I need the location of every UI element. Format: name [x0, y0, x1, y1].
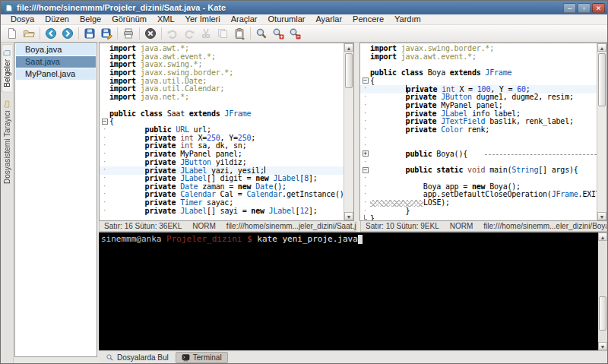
editor-pane-saat[interactable]: import java.awt.*;import java.awt.event.…: [99, 43, 354, 221]
print-icon[interactable]: [120, 26, 137, 41]
code-line[interactable]: · }: [360, 207, 597, 216]
code-line[interactable]: · app.setDefaultCloseOperation(JFrame.EX…: [360, 191, 597, 199]
sidebar-tab-belgeler[interactable]: Belgeler: [2, 44, 12, 93]
find-icon[interactable]: [253, 26, 270, 41]
fold-marker[interactable]: −: [100, 118, 109, 126]
fold-marker[interactable]: −: [360, 78, 370, 86]
code-line[interactable]: import java.util.Calendar;: [100, 85, 344, 93]
code-line[interactable]: + public Boya(){: [360, 150, 597, 159]
code-line[interactable]: ·: [360, 135, 597, 143]
document-item-saat-java[interactable]: Saat.java: [16, 56, 96, 68]
minimize-button[interactable]: –: [563, 3, 576, 13]
code-line[interactable]: · private JLabel[] digit = new JLabel[8]…: [100, 175, 344, 183]
code-line[interactable]: −{: [360, 78, 597, 86]
find-previous-icon[interactable]: [287, 26, 303, 41]
fold-marker[interactable]: −: [360, 166, 370, 175]
code-area-boya[interactable]: import javax.swing.border.*;import java.…: [360, 43, 597, 220]
code-line[interactable]: ·LOSE);: [360, 199, 597, 207]
code-line[interactable]: · private Color renk;: [360, 126, 597, 135]
scrollbar-terminal[interactable]: ▲ ▼: [598, 233, 607, 350]
editor-pane-boya[interactable]: import javax.swing.border.*;import java.…: [359, 43, 607, 221]
code-line[interactable]: ·: [360, 142, 597, 150]
find-next-icon[interactable]: [270, 26, 287, 41]
code-line[interactable]: · private JLabel yazi, yesil;: [100, 166, 344, 175]
save-icon[interactable]: [81, 26, 98, 41]
terminal-panel[interactable]: sinemmm@anka Projeler_dizini $ kate yeni…: [99, 232, 607, 350]
scroll-up-icon[interactable]: ▲: [597, 43, 606, 52]
scroll-thumb[interactable]: [599, 296, 606, 331]
code-line[interactable]: · private Calendar Cal = Calendar.getIns…: [100, 191, 344, 199]
code-line[interactable]: · private JLabel[] sayi = new JLabel[12]…: [100, 207, 344, 216]
code-line[interactable]: − public static void main(String[] args)…: [360, 166, 597, 175]
new-document-icon[interactable]: [4, 26, 21, 41]
code-line[interactable]: import javax.swing.border.*;: [360, 45, 597, 53]
open-file-icon[interactable]: [21, 26, 37, 41]
document-list[interactable]: Boya.javaSaat.javaMyPanel.java: [14, 43, 97, 357]
scroll-down-icon[interactable]: ▼: [344, 212, 353, 220]
code-line[interactable]: import java.util.Date;: [100, 78, 344, 86]
document-item-mypanel-java[interactable]: MyPanel.java: [16, 68, 96, 80]
code-line[interactable]: · public URL url;: [100, 126, 344, 135]
close-document-icon[interactable]: [142, 26, 159, 41]
code-line[interactable]: · private int sa, dk, sn;: [100, 142, 344, 150]
fold-marker[interactable]: +: [360, 150, 370, 159]
close-button[interactable]: ✕: [592, 3, 605, 13]
scrollbar-right-editor[interactable]: ▲ ▼: [597, 43, 606, 220]
code-line[interactable]: · private Timer sayac;: [100, 199, 344, 207]
code-area-saat[interactable]: import java.awt.*;import java.awt.event.…: [100, 43, 344, 220]
scroll-down-icon[interactable]: ▼: [598, 342, 607, 350]
code-line[interactable]: }: [360, 215, 597, 220]
scroll-up-icon[interactable]: ▲: [598, 233, 607, 241]
scroll-down-icon[interactable]: ▼: [597, 212, 606, 220]
toolview-tab-dosyalarda-bul[interactable]: Dosyalarda Bul: [100, 352, 174, 363]
titlebar[interactable]: file:///home/sinemmm/Projeler_dizini/Saa…: [1, 1, 607, 14]
editor-splitter[interactable]: [354, 43, 359, 221]
code-line[interactable]: · private Date zaman = new Date();: [100, 183, 344, 191]
code-line[interactable]: · private MyPanel panel;: [360, 102, 597, 110]
code-line[interactable]: ·: [360, 175, 597, 183]
code-line[interactable]: · private MyPanel panel;: [100, 150, 344, 159]
code-line[interactable]: public class Boya extends JFrame: [360, 69, 597, 78]
menu-item-pencere[interactable]: Pencere: [347, 14, 389, 24]
code-line[interactable]: · private JTextField baslik, renk_label;: [360, 118, 597, 126]
menu-item-d-zen[interactable]: Düzen: [40, 14, 74, 24]
maximize-button[interactable]: ▫: [578, 3, 591, 13]
code-line[interactable]: import java.net.*;: [100, 93, 344, 102]
code-line[interactable]: · private JButton yildiz;: [100, 159, 344, 167]
code-line[interactable]: · Boya app = new Boya();: [360, 183, 597, 191]
code-line[interactable]: · private JLabel info_label;: [360, 110, 597, 119]
menu-item-dosya[interactable]: Dosya: [5, 14, 40, 24]
menu-item-ara-lar[interactable]: Araçlar: [226, 14, 263, 24]
menu-item-yer-i-mleri[interactable]: Yer İmleri: [180, 14, 226, 24]
menu-item-oturumlar[interactable]: Oturumlar: [263, 14, 311, 24]
terminal-text[interactable]: sinemmm@anka Projeler_dizini $ kate yeni…: [99, 233, 598, 350]
code-line[interactable]: import java.awt.event.*;: [360, 53, 597, 62]
go-forward-icon[interactable]: [59, 26, 76, 41]
code-line[interactable]: · private int X=250, Y=250;: [100, 135, 344, 143]
sidebar-tab-dosyasistemi-taray-c-[interactable]: Dosyasistemi Tarayıcı: [2, 96, 12, 188]
paste-icon[interactable]: [231, 26, 248, 41]
scroll-up-icon[interactable]: ▲: [344, 43, 353, 52]
code-line[interactable]: import javax.swing.*;: [100, 61, 344, 69]
menu-item-belge[interactable]: Belge: [74, 14, 106, 24]
code-line[interactable]: public class Saat extends JFrame: [100, 110, 344, 119]
code-line[interactable]: import javax.swing.border.*;: [100, 69, 344, 78]
code-line[interactable]: · private JButton dugme1, dugme2, resim;: [360, 93, 597, 102]
code-line[interactable]: import java.awt.*;: [100, 45, 344, 53]
scroll-thumb[interactable]: [598, 53, 606, 106]
menu-item-g-r-n-m[interactable]: Görünüm: [106, 14, 152, 24]
code-line[interactable]: ·: [360, 159, 597, 167]
toolview-tab-terminal[interactable]: Terminal: [176, 352, 228, 363]
code-line[interactable]: [360, 61, 597, 69]
scroll-thumb[interactable]: [345, 53, 353, 88]
menu-item-ayarlar[interactable]: Ayarlar: [310, 14, 347, 24]
menu-item-yard-m[interactable]: Yardım: [389, 14, 426, 24]
menu-item-xml[interactable]: XML: [152, 14, 180, 24]
code-line[interactable]: [100, 102, 344, 110]
code-line[interactable]: −{: [100, 118, 344, 126]
code-line[interactable]: · private int X = 100, Y = 60;: [360, 85, 597, 93]
document-item-boya-java[interactable]: Boya.java: [16, 44, 96, 55]
code-line[interactable]: import java.awt.event.*;: [100, 53, 344, 62]
save-as-icon[interactable]: [98, 26, 115, 41]
go-back-icon[interactable]: [43, 26, 59, 41]
